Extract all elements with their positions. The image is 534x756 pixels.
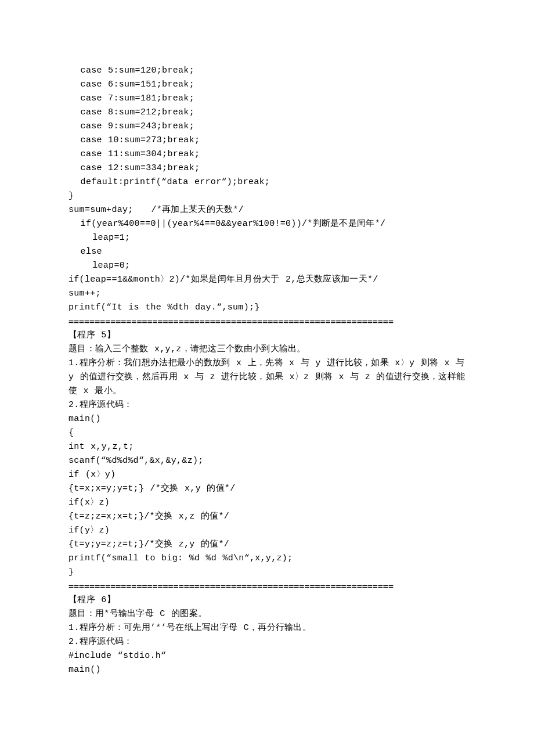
code-line: sum=sum+day; /*再加上某天的天数*/	[68, 203, 464, 217]
section-title: 【程序 6】	[68, 593, 464, 607]
code-line: case 8:sum=212;break;	[68, 106, 464, 120]
code-line: if(year%400==0||(year%4==0&&year%100!=0)…	[68, 217, 464, 231]
code-line: else	[68, 245, 464, 259]
code-line: if(y〉z)	[68, 524, 464, 538]
code-line: main()	[68, 663, 464, 677]
code-line: case 11:sum=304;break;	[68, 147, 464, 161]
code-line: if(x〉z)	[68, 496, 464, 510]
code-line: if(leap==1&&month〉2)/*如果是闰年且月份大于 2,总天数应该…	[68, 273, 464, 287]
problem-text: 题目：用*号输出字母 C 的图案。	[68, 607, 464, 621]
code-line: leap=1;	[68, 231, 464, 245]
code-block-1: case 5:sum=120;break; case 6:sum=151;bre…	[68, 64, 464, 315]
code-line: }	[68, 189, 464, 203]
code-line: if (x〉y)	[68, 468, 464, 482]
code-line: case 9:sum=243;break;	[68, 120, 464, 134]
code-line: {t=y;y=z;z=t;}/*交换 z,y 的值*/	[68, 538, 464, 552]
analysis-text: 使 x 最小。	[68, 384, 464, 398]
section-title: 【程序 5】	[68, 329, 464, 343]
program-5-section: 【程序 5】 题目：输入三个整数 x,y,z，请把这三个数由小到大输出。 1.程…	[68, 329, 464, 579]
code-line: case 6:sum=151;break;	[68, 78, 464, 92]
code-line: int x,y,z,t;	[68, 440, 464, 454]
code-line: case 10:sum=273;break;	[68, 134, 464, 147]
code-line: {t=x;x=y;y=t;} /*交换 x,y 的值*/	[68, 482, 464, 496]
separator: ========================================…	[68, 315, 464, 329]
problem-text: 题目：输入三个整数 x,y,z，请把这三个数由小到大输出。	[68, 343, 464, 357]
code-line: {	[68, 426, 464, 440]
code-line: {t=z;z=x;x=t;}/*交换 x,z 的值*/	[68, 510, 464, 524]
code-line: }	[68, 566, 464, 579]
document-page: case 5:sum=120;break; case 6:sum=151;bre…	[0, 0, 534, 756]
analysis-text: 1.程序分析：我们想办法把最小的数放到 x 上，先将 x 与 y 进行比较，如果…	[68, 357, 464, 370]
code-line: #include “stdio.h“	[68, 649, 464, 663]
code-line: main()	[68, 412, 464, 426]
code-line: case 7:sum=181;break;	[68, 92, 464, 106]
program-6-section: 【程序 6】 题目：用*号输出字母 C 的图案。 1.程序分析：可先用’*’号在…	[68, 593, 464, 677]
code-line: printf(“It is the %dth day.“,sum);}	[68, 301, 464, 315]
code-line: default:printf(“data error“);break;	[68, 175, 464, 189]
code-line: case 12:sum=334;break;	[68, 161, 464, 175]
code-line: case 5:sum=120;break;	[68, 64, 464, 78]
code-line: sum++;	[68, 287, 464, 301]
code-line: leap=0;	[68, 259, 464, 273]
source-label: 2.程序源代码：	[68, 635, 464, 649]
code-line: scanf(“%d%d%d“,&x,&y,&z);	[68, 454, 464, 468]
separator: ========================================…	[68, 579, 464, 593]
analysis-text: y 的值进行交换，然后再用 x 与 z 进行比较，如果 x〉z 则将 x 与 z…	[68, 370, 464, 384]
code-line: printf(“small to big: %d %d %d\n“,x,y,z)…	[68, 552, 464, 566]
source-label: 2.程序源代码：	[68, 398, 464, 412]
analysis-text: 1.程序分析：可先用’*’号在纸上写出字母 C，再分行输出。	[68, 621, 464, 635]
